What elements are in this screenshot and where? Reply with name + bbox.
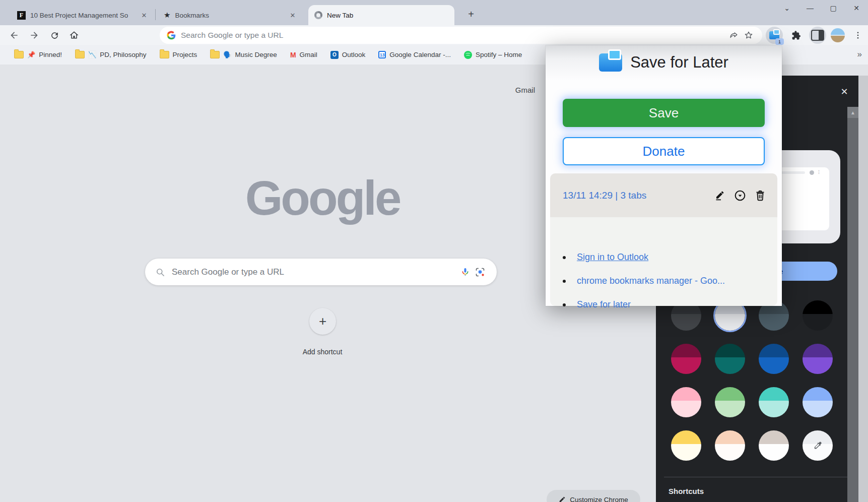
folder-icon (210, 51, 220, 58)
theme-color-swatch[interactable] (759, 344, 789, 374)
voice-search-mic-icon[interactable] (457, 265, 473, 280)
theme-color-swatch[interactable] (715, 387, 745, 417)
omnibox-placeholder: Search Google or type a URL (181, 31, 726, 40)
reload-icon[interactable] (46, 27, 62, 43)
star-favicon: ★ (164, 11, 170, 20)
tab-strip: F 10 Best Project Management So ✕ ★ Book… (0, 0, 868, 25)
custom-color-eyedropper-swatch[interactable] (803, 430, 833, 461)
scroll-up-arrow-icon[interactable]: ▲ (847, 107, 858, 118)
bookmark-label: Pinned! (39, 51, 62, 58)
bookmark-label: Music Degree (235, 51, 277, 58)
bookmark-label: Google Calendar -... (389, 51, 451, 58)
saved-session-row[interactable]: 13/11 14:29 | 3 tabs (550, 173, 777, 217)
head-emoji-icon: 🗣️ (223, 51, 231, 58)
forbes-favicon: F (17, 11, 26, 20)
customize-chrome-button[interactable]: Customize Chrome (547, 490, 640, 502)
bookmarks-overflow-chevron-icon[interactable]: » (857, 49, 862, 59)
bookmark-spotify[interactable]: Spotify – Home (459, 49, 527, 61)
ntp-gmail-link[interactable]: Gmail (504, 86, 535, 94)
spotify-icon (464, 51, 472, 59)
chart-emoji-icon: 📉 (88, 51, 96, 58)
extension-badge: 1 (775, 38, 784, 45)
theme-color-swatch[interactable] (759, 387, 789, 417)
tab-search-chevron-icon[interactable]: ⌄ (775, 0, 798, 16)
theme-color-swatch[interactable] (715, 430, 745, 461)
maximize-button[interactable]: ▢ (822, 0, 845, 16)
bookmark-label: Gmail (300, 51, 317, 58)
save-for-later-folder-icon (599, 53, 622, 72)
forward-icon[interactable] (26, 27, 42, 43)
tab-new-tab[interactable]: New Tab (308, 5, 454, 25)
side-panel-icon[interactable] (809, 27, 826, 44)
theme-color-swatch[interactable] (759, 430, 789, 461)
bookmark-folder-projects[interactable]: Projects (155, 49, 203, 60)
save-for-later-extension-icon[interactable]: 1 (766, 27, 783, 44)
saved-tab-link-text[interactable]: chrome bookmarks manager - Goo... (577, 276, 725, 286)
bookmark-folder-pinned[interactable]: 📌 Pinned! (9, 49, 67, 60)
theme-color-swatch[interactable] (671, 344, 701, 374)
bookmark-label: Spotify – Home (476, 51, 522, 58)
tab-bookmarks[interactable]: ★ Bookmarks ✕ (158, 5, 302, 25)
google-calendar-icon: 13 (378, 51, 386, 58)
share-icon[interactable] (726, 28, 741, 43)
expand-session-icon[interactable] (730, 185, 750, 206)
popup-title: Save for Later (630, 53, 728, 72)
extensions-puzzle-icon[interactable] (787, 27, 805, 44)
google-lens-icon[interactable] (473, 265, 488, 280)
bookmark-label: Outlook (342, 51, 366, 58)
folder-icon (160, 51, 169, 58)
three-dot-menu-icon[interactable] (849, 27, 866, 44)
saved-tab-link-text[interactable]: Save for later (577, 299, 631, 310)
popup-title-row: Save for Later (546, 53, 782, 72)
profile-avatar[interactable] (831, 28, 845, 42)
ntp-search-box[interactable]: Search Google or type a URL (145, 259, 497, 285)
omnibox[interactable]: Search Google or type a URL (160, 27, 762, 44)
preview-menu-dots-icon: ⋮ (817, 169, 821, 174)
theme-color-swatch[interactable] (803, 300, 833, 331)
tab-project-management[interactable]: F 10 Best Project Management So ✕ (11, 5, 154, 25)
saved-tab-link[interactable]: Sign in to Outlook (563, 252, 648, 263)
pencil-icon (559, 496, 566, 502)
side-panel-scrollbar[interactable]: ▲ (847, 107, 858, 502)
side-panel-divider (664, 477, 847, 477)
edit-session-icon[interactable] (710, 185, 730, 206)
theme-color-swatch[interactable] (803, 344, 833, 374)
saved-tabs-list: Sign in to Outlook chrome bookmarks mana… (550, 217, 777, 306)
tab-close-icon[interactable]: ✕ (288, 11, 297, 20)
back-icon[interactable] (6, 27, 22, 43)
theme-color-swatch[interactable] (671, 387, 701, 417)
bullet-icon (563, 280, 566, 283)
shortcuts-heading: Shortcuts (669, 487, 704, 495)
new-tab-button[interactable]: + (463, 7, 479, 22)
tab-close-icon[interactable]: ✕ (140, 11, 149, 20)
toolbar: Search Google or type a URL 1 (0, 25, 868, 45)
theme-color-swatch[interactable] (715, 344, 745, 374)
save-button[interactable]: Save (563, 99, 765, 127)
bookmark-star-icon[interactable] (741, 28, 756, 43)
donate-button[interactable]: Donate (563, 137, 765, 165)
saved-tab-link[interactable]: Save for later (563, 299, 631, 310)
saved-tab-link[interactable]: chrome bookmarks manager - Goo... (563, 276, 725, 286)
tab-title: 10 Best Project Management So (30, 12, 135, 19)
bookmark-gmail[interactable]: M Gmail (285, 49, 322, 61)
search-icon (155, 267, 165, 277)
add-shortcut-button[interactable]: + (309, 308, 336, 335)
saved-tab-link-text[interactable]: Sign in to Outlook (577, 252, 648, 263)
bookmark-outlook[interactable]: O Outlook (325, 49, 371, 61)
bookmark-folder-pd-philosophy[interactable]: 📉 PD, Philosophy (70, 49, 152, 60)
bookmark-google-calendar[interactable]: 13 Google Calendar -... (373, 49, 456, 60)
minimize-button[interactable]: — (798, 0, 822, 16)
close-window-button[interactable]: ✕ (845, 0, 868, 16)
side-panel-glyph (811, 30, 824, 41)
ntp-search-placeholder: Search Google or type a URL (172, 267, 457, 277)
home-icon[interactable] (66, 27, 82, 43)
theme-color-swatch[interactable] (671, 430, 701, 461)
browser-window: F 10 Best Project Management So ✕ ★ Book… (0, 0, 868, 502)
google-g-icon (167, 31, 176, 40)
bookmark-label: PD, Philosophy (100, 51, 146, 58)
bookmark-folder-music-degree[interactable]: 🗣️ Music Degree (205, 49, 282, 60)
side-panel-close-icon[interactable]: ✕ (837, 85, 851, 99)
outlook-icon: O (330, 51, 339, 59)
theme-color-swatch[interactable] (803, 387, 833, 417)
delete-session-icon[interactable] (750, 185, 770, 206)
